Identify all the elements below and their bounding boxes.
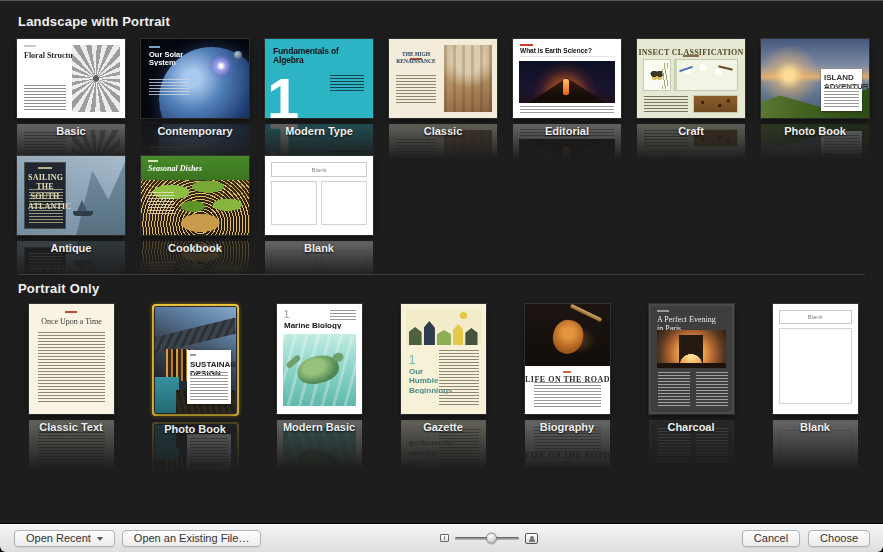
template-cookbook[interactable]: Seasonal Dishes Cookbook — [133, 156, 257, 272]
thumb-title: Our Solar System — [149, 50, 209, 66]
template-classic-text-thumbnail[interactable]: Once Upon a Time — [29, 304, 114, 414]
choose-button[interactable]: Choose — [808, 530, 870, 547]
sun-icon — [460, 312, 467, 319]
body-text-lines — [330, 75, 364, 93]
template-label: Cookbook — [168, 242, 222, 254]
thumbnail-zoom-control — [440, 524, 538, 552]
chapter-numeral: 1 — [409, 352, 416, 367]
caption-card: SUSTAINABLE DESIGN — [187, 350, 231, 404]
section-divider — [18, 274, 865, 275]
bottom-toolbar: Open Recent Open an Existing File… Cance… — [0, 523, 883, 552]
body-text-lines — [190, 372, 228, 400]
template-blank-portrait-thumbnail[interactable]: Blank — [773, 304, 858, 414]
template-label: Modern Type — [285, 125, 353, 137]
open-recent-button[interactable]: Open Recent — [14, 530, 115, 547]
template-blank-landscape-thumbnail[interactable]: Blank — [265, 156, 373, 235]
template-photo-book-landscape-thumbnail[interactable]: ISLAND ADVENTURE — [761, 39, 869, 118]
chapter-kicker — [657, 310, 669, 312]
thumb-title: Once Upon a Time — [29, 316, 114, 326]
section-header-landscape: Landscape with Portrait — [18, 14, 883, 30]
renaissance-painting — [444, 45, 492, 112]
chapter-numeral: 1 — [284, 308, 290, 320]
template-classic-text[interactable]: Once Upon a Time Classic Text — [9, 304, 133, 452]
template-classic-thumbnail[interactable]: THE HIGH RENAISSANCE — [389, 39, 497, 118]
star-glow — [208, 53, 234, 79]
thumb-title: Marine Biology — [284, 320, 354, 330]
cancel-label: Cancel — [754, 531, 788, 546]
template-charcoal[interactable]: A Perfect Evening in Paris Charcoal — [629, 304, 753, 452]
arc-de-triomphe-photo — [657, 330, 726, 368]
body-text-lines — [29, 189, 63, 223]
moon — [234, 51, 242, 59]
large-thumbnails-icon — [525, 533, 538, 544]
body-text-lines — [330, 310, 356, 320]
template-label: Gazette — [423, 421, 463, 433]
template-biography-thumbnail[interactable]: LIFE ON THE ROAD — [525, 304, 610, 414]
blank-title-box: Blank — [779, 310, 852, 324]
template-basic-thumbnail[interactable]: Floral Structures — [17, 39, 125, 118]
template-chooser-content: Landscape with Portrait Floral Structure… — [0, 1, 883, 452]
template-label: Photo Book — [164, 423, 226, 435]
selection-highlight: SUSTAINABLE DESIGN — [152, 304, 239, 416]
chapter-kicker — [65, 311, 77, 313]
body-text-lines — [38, 332, 105, 404]
choose-label: Choose — [820, 531, 858, 546]
template-gazette-thumbnail[interactable]: 1 Our Humble Beginnings — [401, 304, 486, 414]
template-modern-basic[interactable]: 1 Marine Biology Modern Basic — [257, 304, 381, 452]
template-charcoal-thumbnail[interactable]: A Perfect Evening in Paris — [649, 304, 734, 414]
template-modern-type-thumbnail[interactable]: Fundamentals of Algebra 1 — [265, 39, 373, 118]
template-craft-thumbnail[interactable]: INSECT CLASSIFICATION — [637, 39, 745, 118]
template-blank-portrait[interactable]: Blank Blank — [753, 304, 877, 452]
template-photo-book-portrait-selected[interactable]: SUSTAINABLE DESIGN Photo Book — [133, 304, 257, 452]
template-label: Modern Basic — [283, 421, 355, 433]
template-photo-book-portrait-thumbnail[interactable]: SUSTAINABLE DESIGN — [155, 307, 236, 413]
big-numeral: 1 — [267, 70, 299, 118]
template-modern-type[interactable]: Fundamentals of Algebra 1 Modern Type — [257, 39, 381, 154]
template-biography[interactable]: LIFE ON THE ROAD Biography — [505, 304, 629, 452]
template-chooser-window: Landscape with Portrait Floral Structure… — [0, 0, 883, 552]
template-antique-thumbnail[interactable]: SAILING THE SOUTH ATLANTIC — [17, 156, 125, 235]
template-cookbook-thumbnail[interactable]: Seasonal Dishes — [141, 156, 249, 235]
body-text-lines — [696, 372, 728, 406]
template-gazette[interactable]: 1 Our Humble Beginnings Gazette — [381, 304, 505, 452]
village-illustration — [406, 309, 481, 345]
template-label: Antique — [51, 242, 92, 254]
template-blank-landscape[interactable]: Blank Blank — [257, 156, 381, 272]
template-label: Craft — [678, 125, 704, 137]
template-craft[interactable]: INSECT CLASSIFICATION Craft — [629, 39, 753, 154]
body-text-lines — [149, 79, 189, 95]
chevron-down-icon — [97, 537, 103, 541]
template-basic[interactable]: Floral Structures Basic — [9, 39, 133, 154]
template-contemporary-thumbnail[interactable]: Our Solar System — [141, 39, 249, 118]
chapter-kicker — [24, 45, 36, 47]
template-antique[interactable]: SAILING THE SOUTH ATLANTIC Antique — [9, 156, 133, 272]
thumb-title: INSECT CLASSIFICATION — [637, 47, 745, 57]
template-classic[interactable]: THE HIGH RENAISSANCE Classic — [381, 39, 505, 154]
template-modern-basic-thumbnail[interactable]: 1 Marine Biology — [277, 304, 362, 414]
soil-photo — [693, 95, 738, 113]
cancel-button[interactable]: Cancel — [742, 530, 800, 547]
blank-body-box — [779, 328, 852, 404]
template-photo-book-landscape[interactable]: ISLAND ADVENTURE Photo Book — [753, 39, 877, 154]
template-label: Basic — [56, 125, 85, 137]
zoom-slider-knob[interactable] — [486, 533, 497, 544]
template-label: Photo Book — [784, 125, 846, 137]
template-contemporary[interactable]: Our Solar System Contemporary — [133, 39, 257, 154]
volcano-photo — [519, 61, 615, 103]
template-label: Blank — [800, 421, 830, 433]
section-header-portrait: Portrait Only — [18, 281, 883, 297]
template-label: Biography — [540, 421, 594, 433]
template-editorial[interactable]: What is Earth Science? Editorial — [505, 39, 629, 154]
open-existing-file-button[interactable]: Open an Existing File… — [122, 530, 262, 547]
flower-photo — [72, 45, 120, 112]
thumb-title: THE HIGH RENAISSANCE — [393, 51, 439, 64]
body-text-lines — [534, 382, 601, 408]
template-editorial-thumbnail[interactable]: What is Earth Science? — [513, 39, 621, 118]
caption-card: ISLAND ADVENTURE — [821, 69, 862, 111]
thumb-title: Our Humble Beginnings — [409, 366, 421, 395]
caption-numeral — [190, 354, 196, 356]
engraving-mountains — [66, 156, 125, 235]
thumb-title: Blank — [807, 314, 822, 321]
zoom-slider[interactable] — [455, 537, 519, 540]
template-label: Classic Text — [39, 421, 102, 433]
